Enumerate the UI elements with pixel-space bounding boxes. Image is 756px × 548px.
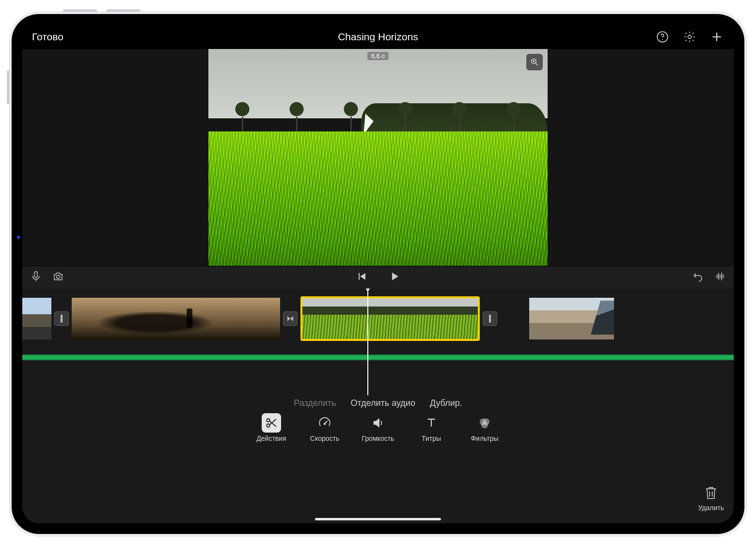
svg-point-10: [324, 423, 325, 425]
tab-detach-audio[interactable]: Отделить аудио: [350, 398, 415, 408]
video-preview[interactable]: 6,6 с: [208, 49, 548, 266]
top-navbar: Готово Chasing Horizons: [22, 25, 734, 49]
app-screen: Готово Chasing Horizons: [22, 25, 734, 523]
clips-row: [22, 295, 734, 342]
titles-t-icon: [422, 413, 441, 433]
playback-toolbar: [22, 266, 734, 289]
tool-label: Фильтры: [471, 435, 498, 442]
undo-icon[interactable]: [692, 271, 704, 284]
audio-waveform-icon[interactable]: [714, 271, 726, 284]
help-icon[interactable]: [655, 30, 670, 44]
svg-point-5: [57, 275, 60, 279]
tab-duplicate[interactable]: Дублир.: [430, 398, 462, 408]
svg-rect-6: [61, 315, 63, 322]
tool-label: Действия: [256, 435, 286, 442]
timeline-clip-selected[interactable]: [300, 296, 480, 341]
edit-bar: Разделить Отделить аудио Дублир. Действи…: [22, 395, 734, 523]
add-plus-icon[interactable]: [709, 30, 724, 44]
tool-titles[interactable]: Титры: [414, 413, 448, 442]
filters-icon: [475, 413, 494, 433]
ipad-device-frame: Готово Chasing Horizons: [10, 12, 746, 536]
action-tabs: Разделить Отделить аудио Дублир.: [294, 398, 462, 408]
clip-duration-badge: 6,6 с: [367, 52, 389, 60]
timeline-clip[interactable]: [529, 298, 614, 339]
tool-label: Скорость: [310, 435, 339, 442]
settings-gear-icon[interactable]: [682, 30, 697, 44]
preview-area: 6,6 с: [22, 49, 734, 266]
tool-volume[interactable]: Громкость: [361, 413, 395, 442]
svg-rect-4: [34, 272, 37, 277]
play-icon[interactable]: [389, 271, 400, 284]
tool-label: Удалить: [698, 504, 724, 512]
hardware-camera: [16, 235, 21, 240]
tool-label: Громкость: [362, 435, 394, 442]
skip-to-start-icon[interactable]: [356, 271, 367, 284]
home-indicator[interactable]: [315, 518, 441, 520]
transition-slot[interactable]: [54, 311, 69, 326]
volume-icon: [368, 413, 388, 433]
tool-label: Титры: [422, 435, 441, 442]
tool-delete[interactable]: Удалить: [698, 485, 724, 512]
speedometer-icon: [315, 413, 334, 433]
audio-track[interactable]: [22, 355, 734, 360]
trash-icon: [703, 485, 719, 502]
tool-filters[interactable]: Фильтры: [468, 413, 502, 442]
transition-slot[interactable]: [283, 311, 298, 326]
playhead[interactable]: [367, 289, 368, 395]
microphone-icon[interactable]: [30, 271, 42, 284]
svg-rect-7: [489, 315, 491, 322]
hardware-button: [107, 9, 141, 12]
transition-slot[interactable]: [483, 311, 497, 326]
svg-point-13: [482, 422, 488, 428]
tool-speed[interactable]: Скорость: [308, 413, 342, 442]
svg-point-1: [662, 39, 663, 40]
timeline-clip[interactable]: [22, 298, 51, 339]
done-button[interactable]: Готово: [32, 31, 63, 43]
svg-point-2: [688, 35, 692, 39]
scissors-icon: [262, 413, 281, 433]
tool-actions[interactable]: Действия: [254, 413, 288, 442]
camera-icon[interactable]: [52, 271, 64, 284]
hardware-button: [63, 9, 97, 12]
tab-split[interactable]: Разделить: [294, 398, 336, 408]
project-title: Chasing Horizons: [22, 31, 734, 43]
zoom-magnifier-icon[interactable]: [526, 54, 543, 70]
timeline-clip[interactable]: [72, 298, 280, 339]
hardware-button: [7, 70, 10, 104]
timeline[interactable]: [22, 289, 734, 395]
